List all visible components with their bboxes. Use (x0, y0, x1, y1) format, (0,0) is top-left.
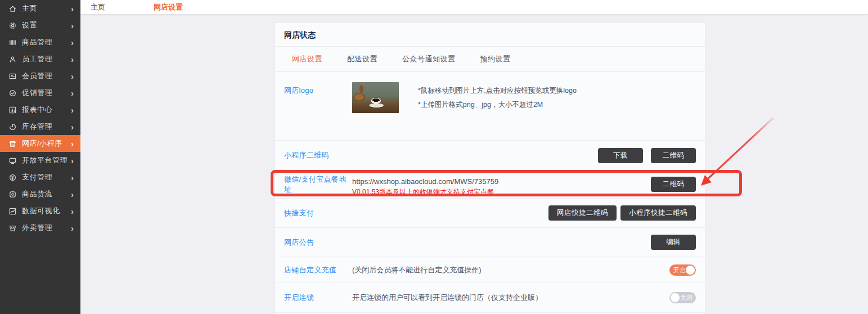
tab-reservation-settings[interactable]: 预约设置 (480, 54, 511, 64)
edit-button[interactable]: 编辑 (651, 235, 696, 250)
sidebar-item-members[interactable]: 会员管理 › (0, 68, 80, 84)
sidebar-item-open-platform[interactable]: 开放平台管理 › (0, 152, 80, 169)
qrcode-button[interactable]: 二维码 (651, 148, 696, 163)
row-shop-logo: 网店logo *鼠标移动到图片上方,点击对应按钮预览或更换logo *上传图片格… (275, 72, 705, 140)
coin-icon (8, 173, 17, 182)
chevron-right-icon: › (71, 123, 74, 131)
logo-note-hover: *鼠标移动到图片上方,点击对应按钮预览或更换logo (418, 86, 577, 96)
toggle-knob (686, 266, 695, 275)
pie-chart-icon (8, 122, 17, 131)
row-chain-enable: 开启连锁 开启连锁的用户可以看到开启连锁的门店（仅支持企业版） 关闭 (275, 282, 705, 313)
tab-delivery-settings[interactable]: 配送设置 (347, 54, 377, 64)
quick-pay-label: 快捷支付 (284, 208, 352, 218)
toggle-off-label: 关闭 (680, 292, 692, 303)
order-url-version-warning: V0.01.53版本及以上的收银端才支持支付宝点餐 (352, 187, 498, 197)
chevron-right-icon: › (71, 5, 74, 13)
row-shop-notice: 网店公告 编辑 (275, 227, 705, 257)
sidebar-item-label: 商品管理 (22, 37, 71, 47)
home-icon (8, 4, 17, 13)
toggle-knob (671, 293, 680, 302)
chevron-right-icon: › (71, 21, 74, 30)
sidebar-item-promotions[interactable]: 促销管理 › (0, 84, 80, 101)
sidebar-item-label: 员工管理 (22, 54, 71, 64)
sidebar-item-takeout[interactable]: 外卖管理 › (0, 219, 80, 236)
custom-recharge-desc: (关闭后会员将不能进行自定义充值操作) (352, 265, 482, 275)
topbar-tab-shop-settings[interactable]: 网店设置 (148, 2, 188, 12)
sidebar-item-label: 设置 (22, 20, 71, 30)
gear-icon (8, 21, 17, 30)
bar-chart-icon (8, 105, 17, 114)
card-title: 网店状态 (275, 23, 705, 47)
row-custom-recharge: 店铺自定义充值 (关闭后会员将不能进行自定义充值操作) 开启 (275, 257, 705, 282)
line-chart-icon (8, 207, 17, 216)
tab-official-account-notify-settings[interactable]: 公众号通知设置 (402, 54, 456, 64)
chevron-right-icon: › (71, 38, 74, 47)
check-circle-icon (8, 88, 17, 97)
miniprogram-quick-qrcode-button[interactable]: 小程序快捷二维码 (620, 205, 696, 221)
chevron-right-icon: › (71, 224, 74, 232)
sidebar-item-settings[interactable]: 设置 › (0, 17, 80, 34)
sidebar-item-label: 主页 (22, 3, 71, 14)
toggle-on-label: 开启 (673, 264, 686, 276)
tab-shop-settings[interactable]: 网店设置 (292, 54, 322, 64)
sidebar-item-online-shop[interactable]: 网店/小程序 › (0, 135, 80, 152)
sidebar-item-label: 促销管理 (22, 88, 71, 98)
download-button[interactable]: 下载 (598, 148, 643, 163)
sidebar-item-inventory[interactable]: 库存管理 › (0, 118, 80, 135)
order-url-value: https://wxshop.aibaocloud.com/MWS/735759 (352, 177, 498, 186)
row-quick-pay: 快捷支付 网店快捷二维码 小程序快捷二维码 (275, 198, 705, 227)
chevron-right-icon: › (71, 156, 74, 165)
custom-recharge-label: 店铺自定义充值 (284, 265, 352, 275)
shop-logo-notes: *鼠标移动到图片上方,点击对应按钮预览或更换logo *上传图片格式png、jp… (418, 82, 577, 110)
sidebar: 主页 › 设置 › 商品管理 › 员工管理 › 会员管理 › 促销管理 › (0, 0, 80, 314)
shop-quick-qrcode-button[interactable]: 网店快捷二维码 (548, 205, 617, 221)
card-tabs: 网店设置 配送设置 公众号通知设置 预约设置 (275, 47, 705, 72)
sidebar-item-label: 会员管理 (22, 71, 71, 81)
chevron-right-icon: › (71, 72, 74, 80)
chevron-right-icon: › (71, 106, 74, 114)
sidebar-item-label: 数据可视化 (22, 206, 71, 216)
storefront-icon (8, 139, 17, 148)
chain-enable-label: 开启连锁 (284, 293, 352, 303)
custom-recharge-toggle[interactable]: 开启 (669, 264, 696, 276)
barcode-icon (8, 38, 17, 47)
miniprogram-qrcode-label: 小程序二维码 (284, 150, 352, 160)
shop-notice-label: 网店公告 (284, 237, 352, 248)
goods-box-icon (8, 190, 17, 199)
sidebar-item-label: 商品货流 (22, 189, 71, 199)
sidebar-item-label: 网店/小程序 (22, 138, 71, 149)
chevron-right-icon: › (71, 55, 74, 64)
topbar-tab-home[interactable]: 主页 (85, 2, 111, 12)
sidebar-item-label: 库存管理 (22, 122, 71, 132)
sidebar-item-payment[interactable]: 支付管理 › (0, 169, 80, 186)
chain-enable-toggle[interactable]: 关闭 (669, 292, 696, 303)
chevron-right-icon: › (71, 89, 74, 97)
sidebar-item-data-visualization[interactable]: 数据可视化 › (0, 203, 80, 219)
awning-icon (8, 223, 17, 232)
shop-logo-image[interactable] (352, 82, 399, 113)
logo-note-format: *上传图片格式png、jpg，大小不超过2M (418, 100, 577, 110)
chevron-right-icon: › (71, 173, 74, 182)
sidebar-item-reports[interactable]: 报表中心 › (0, 101, 80, 118)
chain-enable-desc: 开启连锁的用户可以看到开启连锁的门店（仅支持企业版） (352, 293, 542, 303)
sidebar-item-label: 开放平台管理 (22, 155, 71, 165)
order-url-label: 微信/支付宝点餐地址 (284, 174, 352, 195)
sidebar-item-home[interactable]: 主页 › (0, 0, 80, 17)
topbar: 主页 网店设置 (80, 0, 868, 14)
sidebar-item-goods-flow[interactable]: 商品货流 › (0, 186, 80, 203)
order-url-qrcode-button[interactable]: 二维码 (651, 177, 696, 192)
sidebar-item-label: 支付管理 (22, 172, 71, 182)
chevron-right-icon: › (71, 207, 74, 216)
shop-logo-label: 网店logo (284, 82, 352, 96)
chevron-right-icon: › (71, 190, 74, 199)
row-miniprogram-qrcode: 小程序二维码 下载 二维码 (275, 140, 705, 170)
member-card-icon (8, 71, 17, 80)
person-icon (8, 55, 17, 64)
shop-status-card: 网店状态 网店设置 配送设置 公众号通知设置 预约设置 网店logo *鼠标移动… (275, 23, 705, 314)
sidebar-item-label: 外卖管理 (22, 223, 71, 233)
row-order-url: 微信/支付宝点餐地址 https://wxshop.aibaocloud.com… (275, 170, 705, 198)
sidebar-item-products[interactable]: 商品管理 › (0, 34, 80, 51)
sidebar-item-staff[interactable]: 员工管理 › (0, 51, 80, 68)
sidebar-item-label: 报表中心 (22, 105, 71, 115)
chevron-right-icon: › (71, 140, 74, 148)
